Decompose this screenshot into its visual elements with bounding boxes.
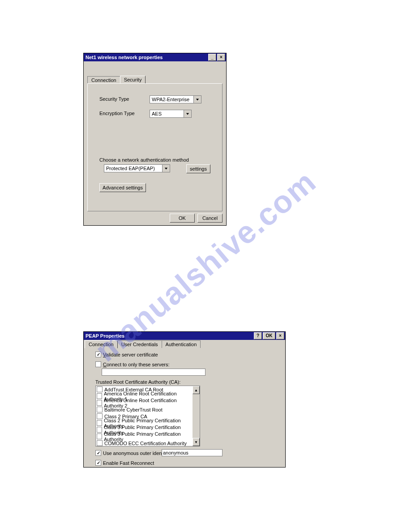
ok-button[interactable]: OK	[263, 332, 275, 339]
ca-item-checkbox[interactable]	[97, 386, 103, 392]
trusted-ca-label: Trusted Root Certificate Authority (CA):	[95, 379, 180, 385]
ca-item-checkbox[interactable]	[97, 393, 102, 399]
ca-item-checkbox[interactable]	[97, 400, 102, 406]
svg-marker-1	[186, 113, 189, 115]
servers-input[interactable]	[102, 369, 206, 376]
tab-connection[interactable]: Connection	[85, 340, 118, 348]
security-type-label: Security Type	[99, 96, 129, 102]
ca-item-label: COMODO ECC Certification Authority	[104, 441, 187, 446]
scroll-up-icon[interactable]: ▲	[193, 386, 200, 394]
tab-connection[interactable]: Connection	[87, 76, 120, 84]
anonymous-identity-input[interactable]: anonymous	[162, 449, 223, 456]
encryption-type-value: AES	[150, 111, 184, 116]
fast-reconnect-checkbox[interactable]: ✓	[95, 460, 101, 466]
svg-marker-0	[196, 99, 199, 100]
anonymous-identity-checkbox[interactable]: ✓	[95, 450, 101, 456]
auth-method-value: Protected EAP(PEAP)	[104, 166, 162, 171]
tab-security[interactable]: Security	[120, 76, 146, 83]
chevron-down-icon	[193, 96, 201, 103]
list-item[interactable]: America Online Root Certification Author…	[96, 399, 193, 406]
security-type-select[interactable]: WPA2-Enterprise	[150, 95, 201, 103]
tab-authentication[interactable]: Authentication	[162, 340, 201, 348]
chevron-down-icon	[162, 165, 170, 172]
security-type-value: WPA2-Enterprise	[150, 97, 193, 102]
window-title: Net1 wireless network properties	[86, 53, 207, 61]
titlebar: PEAP Properties ? OK ×	[84, 332, 285, 340]
validate-cert-checkbox[interactable]: ✓	[95, 352, 101, 357]
encryption-type-label: Encryption Type	[99, 111, 135, 116]
trusted-ca-listbox[interactable]: AddTrust External CA RootAmerica Online …	[95, 386, 200, 446]
close-button[interactable]: ×	[217, 54, 225, 61]
svg-marker-2	[165, 167, 167, 169]
ca-item-checkbox[interactable]	[97, 420, 102, 426]
peap-properties-window: PEAP Properties ? OK × Connection User C…	[83, 331, 286, 468]
ca-item-checkbox[interactable]	[97, 407, 103, 412]
ca-item-checkbox[interactable]	[97, 413, 103, 419]
ca-item-label: Baltimore CyberTrust Root	[104, 407, 163, 412]
tab-page-security: Security Type WPA2-Enterprise Encryption…	[87, 83, 223, 211]
window-title: PEAP Properties	[86, 332, 253, 340]
ok-button[interactable]: OK	[170, 214, 195, 223]
scrollbar[interactable]: ▲ ▼	[193, 386, 200, 446]
scroll-down-icon[interactable]: ▼	[193, 438, 200, 446]
connect-only-checkbox[interactable]	[95, 361, 101, 367]
list-item[interactable]: Class 3 Public Primary Certification Aut…	[96, 433, 193, 440]
tab-user-credentials[interactable]: User Credentials	[117, 340, 162, 348]
list-item[interactable]: COMODO ECC Certification Authority	[96, 440, 193, 446]
chevron-down-icon	[184, 110, 191, 117]
minimize-button[interactable]: _	[208, 54, 216, 61]
auth-method-label: Choose a network authentication method	[99, 157, 189, 163]
scroll-track[interactable]	[193, 394, 200, 438]
close-button[interactable]: ×	[276, 332, 284, 339]
cancel-button[interactable]: Cancel	[197, 214, 223, 223]
anonymous-identity-label: Use anonymous outer identity	[103, 450, 168, 456]
fast-reconnect-label: Enable Fast Reconnect	[103, 460, 154, 466]
settings-button[interactable]: settings	[186, 164, 210, 173]
auth-method-select[interactable]: Protected EAP(PEAP)	[104, 164, 170, 172]
titlebar: Net1 wireless network properties _ ×	[84, 53, 226, 61]
wireless-properties-window: Net1 wireless network properties _ × Con…	[83, 53, 227, 226]
advanced-settings-button[interactable]: Advanced settings	[99, 183, 146, 192]
ca-item-checkbox[interactable]	[97, 427, 102, 433]
tab-bar: Connection Security	[87, 76, 224, 83]
tab-bar: Connection User Credentials Authenticati…	[85, 340, 285, 348]
connect-only-label: Connect to only these servers:	[103, 362, 170, 367]
encryption-type-select[interactable]: AES	[150, 110, 192, 118]
tab-page-connection: ✓ Validate server certificate Connect to…	[85, 348, 284, 466]
validate-cert-label: Validate server certificate	[103, 352, 158, 357]
help-button[interactable]: ?	[254, 332, 262, 339]
ca-item-checkbox[interactable]	[97, 440, 103, 446]
ca-item-checkbox[interactable]	[97, 433, 102, 439]
